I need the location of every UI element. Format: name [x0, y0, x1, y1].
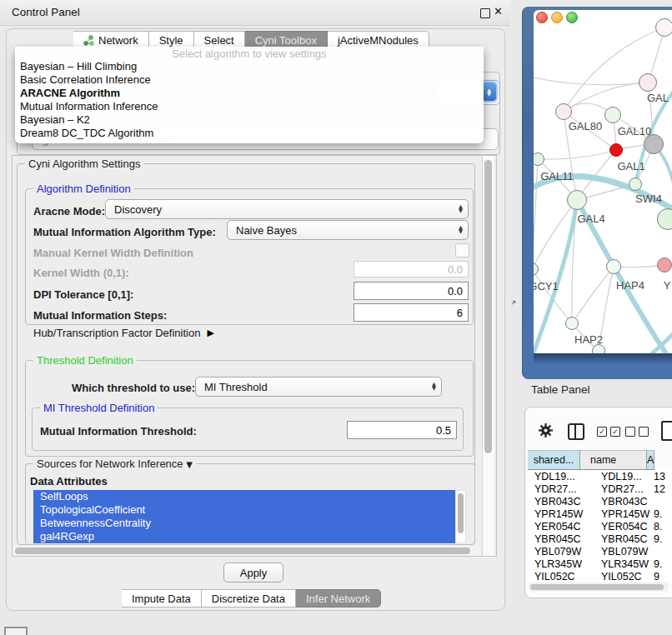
tab[interactable]: Discretize Data [202, 589, 296, 608]
mi-type-label: Mutual Information Algorithm Type: [33, 226, 216, 238]
scrollbar-thumb[interactable] [15, 548, 470, 554]
attributes-list-scrollbar[interactable] [455, 490, 466, 543]
network-node[interactable] [604, 107, 621, 123]
panel-resize-arrow-icon[interactable]: ➜ [509, 298, 519, 308]
checked-box-icon: ✓ [610, 427, 620, 437]
table-column-header[interactable]: A [647, 450, 654, 470]
network-node[interactable] [644, 134, 664, 154]
dock-panel-icon[interactable] [4, 627, 28, 635]
algorithm-option-list: Bayesian – Hill Climbing Basic Correlati… [15, 60, 484, 140]
data-attribute-item[interactable]: gal4RGexp [33, 530, 455, 543]
tab[interactable]: Infer Network [296, 589, 381, 608]
float-panel-icon[interactable] [480, 8, 490, 18]
node-label: GAL1 [617, 160, 644, 172]
algorithm-dropdown-popup: Select algorithm to view settings Bayesi… [15, 47, 484, 143]
settings-horizontal-scrollbar[interactable] [13, 546, 480, 556]
gear-icon[interactable] [538, 422, 554, 442]
kernel-width-field[interactable]: 0.0 [354, 261, 469, 278]
mi-steps-field[interactable]: 6 [354, 303, 469, 322]
manual-kernel-label: Manual Kernel Width Definition [33, 247, 193, 259]
cell-shared-name: YDL19... [528, 470, 598, 482]
tab-label: jActiveMNodules [338, 34, 419, 47]
network-node[interactable] [606, 259, 621, 274]
data-attributes-list: SelfLoops TopologicalCoefficient Between… [33, 490, 455, 543]
network-node[interactable] [609, 143, 623, 157]
application-window: Control Panel ✕ Network [0, 0, 672, 635]
dpi-tolerance-field[interactable]: 0.0 [354, 282, 469, 300]
settings-vertical-scrollbar[interactable] [482, 156, 494, 556]
network-node[interactable] [629, 178, 642, 191]
cell-value: 12 [650, 482, 672, 495]
algorithm-option[interactable]: Bayesian – K2 [15, 113, 484, 127]
table-row[interactable]: YPR145W YPR145W 9. [528, 508, 672, 520]
hub-definition-section[interactable]: Hub/Transcription Factor Definition ▶ [33, 327, 214, 339]
table-row[interactable]: YDL19... YDL19... 13 [528, 470, 672, 482]
algorithm-option[interactable]: Bayesian – Hill Climbing [15, 60, 484, 73]
aracne-mode-combobox[interactable]: Discovery ▲▼ [105, 199, 469, 219]
data-attribute-item[interactable]: SelfLoops [33, 490, 455, 503]
apply-button[interactable]: Apply [223, 562, 283, 582]
network-node[interactable] [657, 258, 672, 272]
scrollbar-thumb[interactable] [458, 493, 464, 533]
window-minimize-icon[interactable] [551, 12, 563, 23]
network-canvas[interactable]: GALGAL80GAL10GAL1GAL11SWI4GAL4GCY1HAP4YH… [534, 10, 672, 353]
close-panel-icon[interactable]: ✕ [494, 5, 503, 18]
scrollbar-thumb[interactable] [530, 584, 664, 590]
window-close-icon[interactable] [536, 12, 548, 23]
network-node[interactable] [567, 190, 587, 210]
hide-columns-icon[interactable] [625, 427, 649, 437]
network-edge[interactable] [564, 82, 648, 112]
combo-spinner-focused-icon[interactable]: ▲▼ [482, 82, 496, 101]
data-attribute-item[interactable]: TopologicalCoefficient [33, 503, 455, 517]
show-columns-icon[interactable]: ✓ ✓ [597, 427, 620, 437]
which-threshold-combobox[interactable]: MI Threshold ▲▼ [195, 377, 442, 397]
split-view-icon[interactable] [568, 423, 584, 440]
which-threshold-label: Which threshold to use: [72, 382, 195, 394]
table-row[interactable]: YLR345W YLR345W 9. [528, 558, 672, 570]
export-table-icon[interactable] [661, 421, 672, 441]
network-node[interactable] [592, 344, 605, 353]
table-row[interactable]: YBR043C YBR043C [528, 495, 672, 508]
network-edge[interactable] [534, 77, 648, 85]
algorithm-option[interactable]: ARACNE Algorithm [15, 87, 484, 100]
sources-group-title[interactable]: Sources for Network Inference ▼ [33, 458, 196, 470]
table-horizontal-scrollbar[interactable] [529, 582, 669, 592]
scrollbar-thumb[interactable] [484, 160, 492, 453]
network-edge[interactable] [572, 267, 614, 323]
table-row[interactable]: YER054C YER054C 8. [528, 520, 672, 532]
network-node[interactable] [639, 73, 657, 92]
network-node[interactable] [655, 18, 672, 37]
table-header: shared... name A [528, 450, 654, 470]
network-edge[interactable] [534, 159, 538, 269]
table-row[interactable]: YBL079W YBL079W [528, 545, 672, 558]
network-edge[interactable] [534, 200, 577, 353]
tab-label: Network [98, 34, 138, 47]
table-row[interactable]: YIL052C YIL052C 9 [528, 570, 672, 582]
table-row[interactable]: YDR27... YDR27... 12 [528, 482, 672, 495]
algorithm-option[interactable]: Basic Correlation Inference [15, 73, 484, 87]
network-edge[interactable] [538, 150, 616, 159]
mi-type-combobox[interactable]: Naive Bayes ▲▼ [227, 220, 469, 240]
table-column-header[interactable]: shared... [528, 450, 580, 470]
network-node[interactable] [555, 103, 572, 120]
network-node[interactable] [565, 317, 579, 330]
tab[interactable]: Impute Data [122, 589, 202, 608]
manual-kernel-checkbox[interactable] [455, 243, 469, 258]
data-attribute-item[interactable]: BetweennessCentrality [33, 517, 455, 530]
column-header-label: name [590, 454, 616, 466]
algorithm-option[interactable]: Mutual Information Inference [15, 100, 484, 113]
expand-arrow-icon[interactable]: ▼ [186, 460, 193, 469]
table-row[interactable]: YBR045C YBR045C 9. [528, 532, 672, 545]
node-label: SWI4 [635, 192, 662, 205]
dpi-tolerance-label: DPI Tolerance [0,1]: [33, 288, 133, 301]
hub-definition-label: Hub/Transcription Factor Definition [33, 327, 200, 339]
collapse-arrow-icon[interactable]: ▶ [207, 328, 213, 338]
algorithm-option[interactable]: Dream8 DC_TDC Algorithm [15, 127, 484, 140]
mi-threshold-field[interactable]: 0.5 [347, 421, 457, 439]
node-label: HAP4 [616, 279, 644, 292]
table-column-header[interactable]: name [580, 450, 647, 470]
cell-name: YDR27... [598, 482, 650, 495]
tab-label: Infer Network [306, 592, 370, 605]
window-zoom-icon[interactable] [566, 12, 578, 23]
mi-threshold-group-title: MI Threshold Definition [40, 402, 158, 414]
